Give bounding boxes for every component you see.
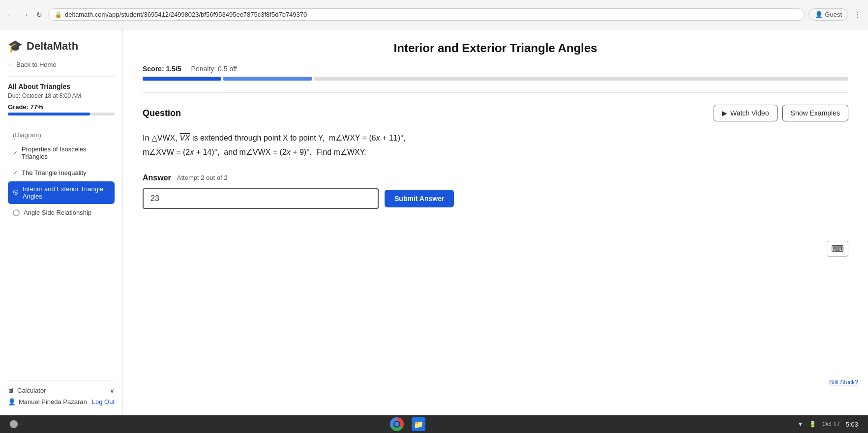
chrome-icon[interactable] <box>390 417 404 431</box>
logout-link[interactable]: Log Out <box>92 398 115 405</box>
question-actions: ▶ Watch Video Show Examples <box>714 105 848 121</box>
score-row: Score: 1.5/5 Penalty: 0.5 off <box>143 65 848 73</box>
assignment-info: All About Triangles Due: October 18 at 8… <box>8 76 115 121</box>
answer-input-row: Submit Answer <box>143 188 848 209</box>
nav-item-label-1: Properties of Isosceles Triangles <box>22 145 110 160</box>
user-name: Manuel Pineda Pazaran <box>19 398 87 405</box>
lock-icon: 🔒 <box>55 11 62 18</box>
question-line-2: m∠XVW = (2x + 14)°, and m∠VWX = (2x + 9)… <box>143 145 848 160</box>
logo: 🎓 DeltaMath <box>8 39 115 53</box>
penalty-label: Penalty: 0.5 off <box>191 65 237 73</box>
taskbar-left <box>10 420 18 428</box>
more-options-button[interactable]: ⋮ <box>852 9 863 21</box>
sidebar: 🎓 DeltaMath ← Back to Home All About Tri… <box>0 29 123 415</box>
answer-input[interactable] <box>143 188 379 209</box>
show-examples-label: Show Examples <box>791 109 840 117</box>
diagram-label: (Diagram) <box>13 131 41 139</box>
play-icon: ▶ <box>722 109 727 117</box>
back-arrow-icon: ← <box>8 61 14 68</box>
answer-label-row: Answer Attempt 2 out of 2 <box>143 173 848 182</box>
sidebar-footer: 🖩 Calculator ∨ 👤 Manuel Pineda Pazaran L… <box>8 380 115 405</box>
calculator-row[interactable]: 🖩 Calculator ∨ <box>8 387 115 394</box>
back-to-home-label: Back to Home <box>16 61 57 68</box>
nav-item-label-3: Interior and Exterior Triangle Angles <box>23 185 110 200</box>
calculator-icon: 🖩 <box>8 387 14 394</box>
grade-bar-container <box>8 113 115 115</box>
question-header: Question ▶ Watch Video Show Examples <box>143 105 848 121</box>
sidebar-item-inequality[interactable]: ✓ The Triangle Inequality <box>8 165 115 180</box>
chevron-down-icon: ∨ <box>110 387 115 394</box>
progress-segment-empty <box>314 77 848 81</box>
app-container: 🎓 DeltaMath ← Back to Home All About Tri… <box>0 29 868 415</box>
progress-segment-partial <box>223 77 312 81</box>
status-bar: 📁 ▼ 🔋 Oct 17 5:03 <box>0 415 868 433</box>
wifi-icon: ▼ <box>797 421 803 428</box>
main-content: Interior and Exterior Triangle Angles Sc… <box>123 29 868 415</box>
calculator-label: Calculator <box>17 387 46 394</box>
sidebar-item-angle-side[interactable]: Angle Side Relationship <box>8 205 115 220</box>
grade-label: Grade: 77% <box>8 103 115 111</box>
score-label: Score: 1.5/5 <box>143 65 181 73</box>
taskbar-center: 📁 <box>390 417 425 431</box>
check-icon-1: ✓ <box>13 149 18 156</box>
battery-icon: 🔋 <box>809 421 816 428</box>
grade-bar <box>8 113 90 115</box>
incomplete-bullet <box>13 209 20 216</box>
time-display: 5:03 <box>846 421 858 428</box>
nav-items: (Diagram) ✓ Properties of Isosceles Tria… <box>8 129 115 220</box>
sidebar-item-interior-exterior[interactable]: ⦿ Interior and Exterior Triangle Angles <box>8 181 115 204</box>
question-section-label: Question <box>143 108 181 118</box>
progress-segment-filled <box>143 77 221 81</box>
back-button[interactable]: ← <box>5 9 16 21</box>
watch-video-label: Watch Video <box>730 109 769 117</box>
forward-button[interactable]: → <box>20 9 30 21</box>
submit-answer-button[interactable]: Submit Answer <box>385 190 454 207</box>
guest-label: Guest <box>825 11 842 18</box>
answer-label: Answer <box>143 173 171 182</box>
check-icon-2: ✓ <box>13 170 18 176</box>
nav-item-label-4: Angle Side Relationship <box>24 209 91 216</box>
refresh-button[interactable]: ↻ <box>34 9 44 21</box>
date-display: Oct 17 <box>822 421 839 428</box>
keyboard-icon-button[interactable]: ⌨ <box>827 241 848 257</box>
address-bar[interactable]: 🔒 deltamath.com/app/student/3695412/2499… <box>48 8 805 21</box>
back-to-home-link[interactable]: ← Back to Home <box>8 61 115 68</box>
divider <box>143 92 848 93</box>
question-text: In △VWX, VX is extended through point X … <box>143 131 848 160</box>
user-icon: 👤 <box>8 398 16 405</box>
watch-video-button[interactable]: ▶ Watch Video <box>714 105 778 121</box>
show-examples-button[interactable]: Show Examples <box>782 105 848 121</box>
user-row: 👤 Manuel Pineda Pazaran Log Out <box>8 398 115 405</box>
taskbar-right: ▼ 🔋 Oct 17 5:03 <box>797 421 858 428</box>
progress-bar <box>143 77 848 81</box>
page-title: Interior and Exterior Triangle Angles <box>143 41 848 55</box>
sidebar-item-isosceles[interactable]: ✓ Properties of Isosceles Triangles <box>8 142 115 164</box>
guest-icon: 👤 <box>815 11 823 18</box>
files-icon[interactable]: 📁 <box>412 417 425 431</box>
assignment-title: All About Triangles <box>8 83 115 90</box>
attempt-label: Attempt 2 out of 2 <box>177 174 228 181</box>
sidebar-item-diagram[interactable]: (Diagram) <box>8 129 115 141</box>
browser-right: 👤 Guest ⋮ <box>808 8 863 21</box>
logo-text: DeltaMath <box>27 40 78 53</box>
active-bullet: ⦿ <box>13 189 19 196</box>
answer-section: Answer Attempt 2 out of 2 Submit Answer <box>143 173 848 209</box>
browser-chrome: ← → ↻ 🔒 deltamath.com/app/student/369541… <box>0 0 868 29</box>
assignment-due: Due: October 18 at 8:00 AM <box>8 92 115 99</box>
question-line-1: In △VWX, VX is extended through point X … <box>143 131 848 145</box>
guest-button[interactable]: 👤 Guest <box>808 8 848 21</box>
url-text: deltamath.com/app/student/3695412/249980… <box>65 11 307 18</box>
system-circle-icon <box>10 420 18 428</box>
logo-icon: 🎓 <box>8 39 23 53</box>
still-stuck-link[interactable]: Still Stuck? <box>829 379 858 386</box>
nav-item-label-2: The Triangle Inequality <box>22 169 87 176</box>
